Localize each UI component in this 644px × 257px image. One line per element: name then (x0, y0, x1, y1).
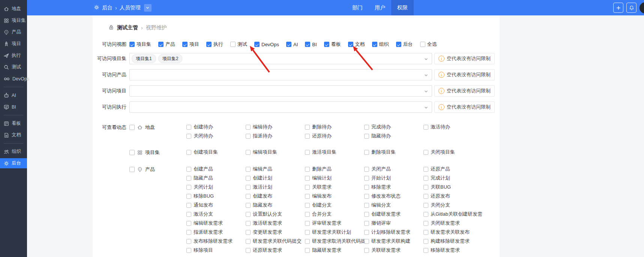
permission-checkbox[interactable] (364, 185, 369, 190)
selected-tag[interactable]: 项目集2 (158, 54, 183, 63)
view-option[interactable]: DevOps (254, 42, 279, 47)
permission-checkbox[interactable] (423, 230, 428, 235)
permission-checkbox[interactable] (186, 230, 191, 235)
permission-option[interactable]: 编辑分支 (364, 202, 423, 208)
permission-option[interactable]: 删除产品 (305, 166, 364, 172)
permission-checkbox[interactable] (364, 230, 369, 235)
permission-option[interactable]: 还原研发需求 (246, 247, 305, 253)
breadcrumb-root[interactable]: 后台 (102, 5, 113, 11)
permission-option[interactable]: 变更研发需求 (246, 229, 305, 235)
group-checkbox[interactable] (129, 150, 135, 155)
permission-checkbox[interactable] (246, 125, 251, 130)
permission-option[interactable]: 通知发布 (186, 202, 246, 208)
view-checkbox[interactable] (286, 42, 291, 47)
permission-checkbox[interactable] (305, 239, 310, 244)
permission-option[interactable]: 创建分支 (305, 202, 364, 208)
permission-checkbox[interactable] (246, 150, 251, 155)
view-option[interactable]: 产品 (158, 41, 175, 48)
permission-checkbox[interactable] (364, 150, 369, 155)
view-option[interactable]: 项目 (182, 41, 199, 48)
permission-option[interactable]: 创建发布 (246, 193, 305, 199)
permission-option[interactable]: 创建待办 (186, 124, 246, 130)
permission-option[interactable]: 完成待办 (364, 124, 423, 130)
permission-option[interactable]: 关联研发需求 (364, 247, 423, 253)
permission-checkbox[interactable] (186, 212, 191, 217)
permission-option[interactable]: 关闭待办 (186, 133, 246, 139)
permission-checkbox[interactable] (246, 203, 251, 208)
permission-checkbox[interactable] (246, 239, 251, 244)
permission-option[interactable]: 撤销评审 (364, 220, 423, 226)
view-checkbox[interactable] (305, 42, 310, 47)
permission-checkbox[interactable] (186, 194, 191, 199)
permission-checkbox[interactable] (186, 150, 191, 155)
permission-option[interactable]: 完成计划 (423, 175, 483, 181)
chevron-down-icon[interactable] (424, 89, 428, 95)
permission-checkbox[interactable] (305, 176, 310, 181)
permission-checkbox[interactable] (246, 176, 251, 181)
permission-option[interactable]: 创建项目集 (186, 149, 246, 155)
permission-option[interactable]: 创建产品 (186, 166, 246, 172)
permission-option[interactable]: 激活待办 (423, 124, 483, 130)
view-checkbox[interactable] (396, 42, 401, 47)
permission-checkbox[interactable] (423, 185, 428, 190)
permission-option[interactable]: 研发需求取消关联代码提 (305, 238, 364, 244)
permission-option[interactable]: 关闭研发需求 (423, 220, 483, 226)
chevron-down-icon[interactable] (424, 105, 428, 111)
permission-option[interactable]: 研发需求关联发布 (423, 229, 483, 235)
permission-option[interactable]: 关闭产品 (364, 166, 423, 172)
permission-option[interactable]: 隐藏研发需求 (305, 247, 364, 253)
permission-checkbox[interactable] (186, 239, 191, 244)
multi-select-input[interactable]: 项目集1项目集2 (129, 53, 432, 64)
sidebar-item-产品[interactable]: 产品 (0, 27, 27, 37)
permission-checkbox[interactable] (305, 221, 310, 226)
permission-option[interactable]: 移除需求 (364, 184, 423, 190)
view-checkbox[interactable] (158, 42, 164, 47)
permission-option[interactable]: 编辑项目集 (246, 149, 305, 155)
permission-option[interactable]: 激活研发需求 (246, 220, 305, 226)
permission-option[interactable]: 编辑待办 (246, 124, 305, 130)
permission-option[interactable]: 构建移除研发需求 (423, 238, 483, 244)
view-checkbox[interactable] (254, 42, 260, 47)
permission-checkbox[interactable] (246, 248, 251, 253)
permission-option[interactable]: 编辑计划 (305, 175, 364, 181)
permission-checkbox[interactable] (305, 230, 310, 235)
permission-option[interactable]: 还原发布 (423, 193, 483, 199)
permission-checkbox[interactable] (186, 167, 191, 172)
view-option[interactable]: BI (305, 42, 317, 47)
chevron-down-icon[interactable] (144, 4, 152, 12)
permission-checkbox[interactable] (305, 185, 310, 190)
view-checkbox[interactable] (230, 42, 236, 47)
chevron-down-icon[interactable] (424, 73, 428, 79)
permission-option[interactable]: 研发需求关联构建 (364, 238, 423, 244)
chevron-down-icon[interactable] (424, 57, 428, 62)
permission-option[interactable]: 移除项目 (186, 247, 246, 253)
dynamics-group-header[interactable]: 地盘 (129, 124, 186, 131)
permission-checkbox[interactable] (423, 150, 428, 155)
permission-checkbox[interactable] (423, 125, 428, 130)
permission-option[interactable]: 关联BUG (423, 184, 483, 190)
permission-checkbox[interactable] (423, 212, 428, 217)
permission-checkbox[interactable] (305, 203, 310, 208)
permission-option[interactable]: 关联需求 (305, 184, 364, 190)
permission-option[interactable]: 研发需求关联计划 (305, 229, 364, 235)
permission-checkbox[interactable] (186, 248, 191, 253)
permission-checkbox[interactable] (186, 185, 191, 190)
permission-checkbox[interactable] (305, 248, 310, 253)
view-checkbox[interactable] (420, 42, 425, 47)
permission-checkbox[interactable] (186, 203, 191, 208)
permission-checkbox[interactable] (364, 194, 369, 199)
permission-option[interactable]: 激活项目集 (305, 149, 364, 155)
view-checkbox[interactable] (129, 42, 135, 47)
permission-option[interactable]: 关闭项目集 (423, 149, 483, 155)
sidebar-item-后台[interactable]: 后台 (0, 158, 27, 168)
add-button[interactable] (613, 3, 623, 13)
view-option[interactable]: 看板 (324, 41, 341, 48)
permission-checkbox[interactable] (423, 194, 428, 199)
permission-checkbox[interactable] (305, 212, 310, 217)
permission-checkbox[interactable] (364, 212, 369, 217)
permission-option[interactable]: 编辑产品 (246, 166, 305, 172)
permission-checkbox[interactable] (423, 167, 428, 172)
permission-option[interactable]: 还原待办 (305, 133, 364, 139)
permission-option[interactable]: 编辑研发需求 (186, 220, 246, 226)
permission-checkbox[interactable] (186, 176, 191, 181)
